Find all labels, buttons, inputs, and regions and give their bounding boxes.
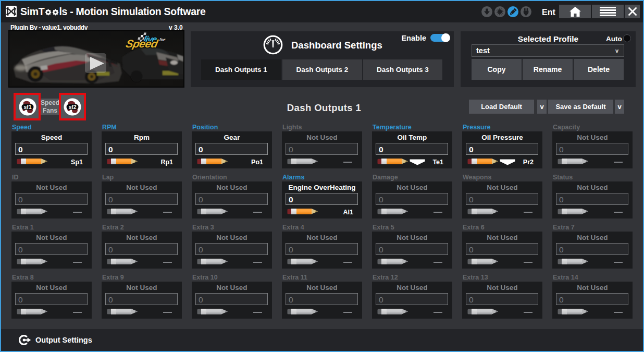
svg-text:Speed: Speed bbox=[125, 38, 159, 50]
